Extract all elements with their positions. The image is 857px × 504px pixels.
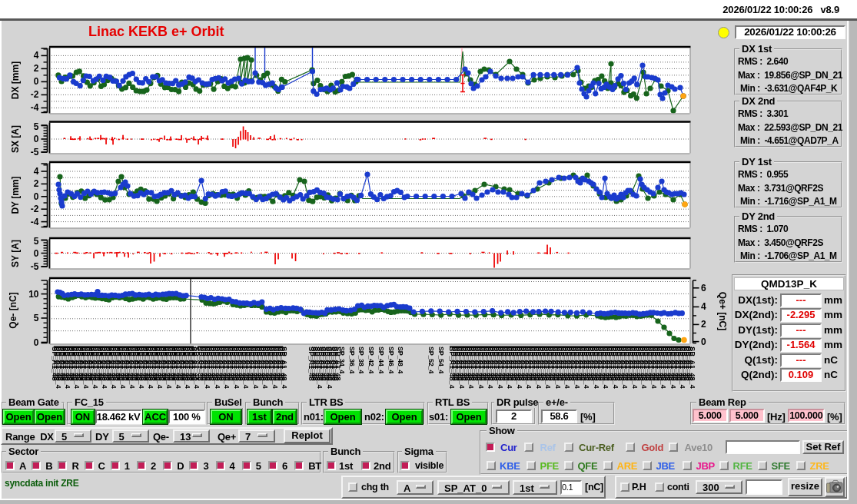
- svg-text:DY [mm]: DY [mm]: [10, 176, 21, 214]
- svg-text:SY [A]: SY [A]: [10, 240, 21, 267]
- svg-text:0: 0: [34, 134, 39, 144]
- svg-text:SP_54_4: SP_54_4: [437, 346, 445, 373]
- svg-text:5: 5: [34, 121, 39, 132]
- svg-text:SP_46_4: SP_46_4: [387, 346, 395, 373]
- svg-text:-2: -2: [31, 89, 39, 100]
- svg-text:-5: -5: [31, 147, 39, 158]
- svg-text:SP_34_4: SP_34_4: [338, 346, 346, 373]
- svg-text:5: 5: [34, 313, 39, 323]
- svg-text:-4: -4: [31, 217, 39, 227]
- svg-text:0: 0: [34, 191, 39, 202]
- svg-text:0: 0: [34, 337, 39, 348]
- svg-text:2: 2: [34, 63, 39, 74]
- svg-text:SP_36_4: SP_36_4: [348, 346, 356, 373]
- svg-text:-2: -2: [31, 204, 39, 214]
- svg-text:SX [A]: SX [A]: [10, 125, 21, 153]
- svg-text:Qe- [nC]: Qe- [nC]: [8, 292, 18, 328]
- svg-text:2: 2: [701, 319, 706, 330]
- svg-text:SP_38_4: SP_38_4: [357, 346, 365, 373]
- svg-text:SP_42_4: SP_42_4: [367, 346, 375, 373]
- svg-text:SP_48_4: SP_48_4: [397, 346, 404, 373]
- svg-text:Qe+ [nC]: Qe+ [nC]: [717, 292, 726, 330]
- svg-text:0: 0: [701, 337, 706, 347]
- svg-text:SP_A1_48_4: SP_A1_48_4: [689, 346, 697, 389]
- svg-text:2: 2: [34, 178, 39, 189]
- svg-text:SP_44_4: SP_44_4: [377, 346, 385, 373]
- svg-text:5: 5: [34, 236, 39, 247]
- svg-text:-4: -4: [31, 102, 39, 113]
- svg-text:4: 4: [34, 50, 39, 61]
- svg-text:6: 6: [701, 283, 706, 293]
- svg-text:0: 0: [34, 248, 39, 259]
- svg-text:SP_52_4: SP_52_4: [427, 346, 435, 373]
- svg-text:DX [mm]: DX [mm]: [10, 61, 21, 99]
- svg-text:4: 4: [34, 166, 39, 177]
- svg-text:10: 10: [28, 289, 39, 300]
- svg-text:0: 0: [34, 76, 39, 87]
- svg-text:-5: -5: [31, 261, 39, 272]
- svg-text:4: 4: [701, 301, 706, 312]
- svg-text:SP_A1_48_4: SP_A1_48_4: [281, 346, 289, 389]
